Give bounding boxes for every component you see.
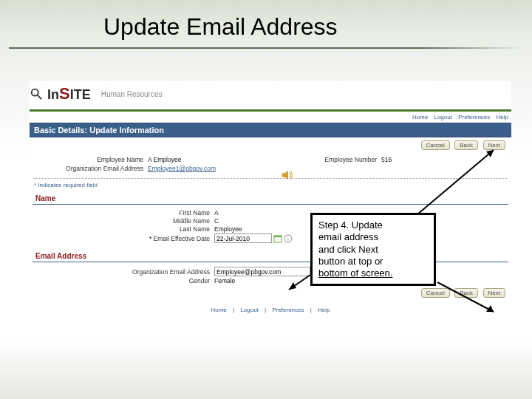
first-name-value: A <box>214 209 219 216</box>
middle-name-value: C <box>214 217 219 225</box>
footer-help[interactable]: Help <box>318 307 330 313</box>
footer-preferences[interactable]: Preferences <box>272 307 304 313</box>
instruction-callout: Step 4. Update email address and click N… <box>310 213 436 286</box>
svg-line-1 <box>38 95 41 99</box>
callout-line3: and click Next <box>318 244 428 256</box>
last-name-value: Employee <box>214 225 242 233</box>
email-section-header: Email Address <box>33 250 508 262</box>
nav-logout[interactable]: Logout <box>434 114 451 120</box>
next-button-bottom[interactable]: Next <box>483 288 505 298</box>
org-email-label: Organization Email Address <box>37 165 148 172</box>
back-button-bottom[interactable]: Back <box>454 288 478 298</box>
eff-date-label: * Email Effective Date <box>30 235 214 242</box>
help-icon[interactable]: i <box>284 234 293 243</box>
last-name-label: Last Name <box>30 225 214 233</box>
emp-num-value: 516 <box>381 156 392 163</box>
svg-point-0 <box>32 89 38 96</box>
cancel-button-bottom[interactable]: Cancel <box>421 288 450 298</box>
magnifier-icon <box>30 87 43 100</box>
callout-line5: bottom of screen. <box>318 267 428 279</box>
gender-label: Gender <box>30 277 214 284</box>
calendar-icon[interactable] <box>273 234 282 243</box>
eff-date-label-text: Email Effective Date <box>154 235 210 242</box>
emp-name-label: Employee Name <box>37 156 148 163</box>
section-title-bar: Basic Details: Update Information <box>30 123 511 137</box>
nav-preferences[interactable]: Preferences <box>458 114 490 120</box>
emp-num-label: Employee Number <box>270 156 381 163</box>
callout-line1: Step 4. Update <box>318 219 428 231</box>
first-name-label: First Name <box>30 209 214 216</box>
svg-text:i: i <box>287 236 289 242</box>
emp-name-value: A Employee <box>148 156 181 163</box>
dotted-divider <box>34 178 507 179</box>
org-email-input[interactable] <box>214 267 310 276</box>
top-nav: Home Logout Preferences Help <box>30 112 511 123</box>
title-divider <box>9 47 523 49</box>
footer-sep2: | <box>265 307 266 313</box>
footer-logout[interactable]: Logout <box>240 307 258 313</box>
org-email-field-label: Organization Email Address <box>30 268 214 276</box>
org-email-link[interactable]: Employee1@pbgov.com <box>148 165 216 172</box>
footer-sep: | <box>233 307 234 313</box>
footer-home[interactable]: Home <box>211 307 226 313</box>
cancel-button[interactable]: Cancel <box>421 140 450 150</box>
summary-grid: Employee Name A Employee Organization Em… <box>30 153 511 175</box>
footer-nav: Home | Logout | Preferences | Help <box>30 301 511 319</box>
logo-text: InSITE <box>47 84 91 103</box>
logo-s: S <box>59 84 70 103</box>
next-button[interactable]: Next <box>483 140 505 150</box>
callout-line2: email address <box>318 231 428 243</box>
back-button[interactable]: Back <box>454 140 478 150</box>
logo-in: In <box>47 87 59 103</box>
logo-row: InSITE Human Resources <box>30 81 511 108</box>
required-note: * Indicates required field <box>30 182 511 191</box>
top-button-row: Cancel Back Next <box>30 137 511 153</box>
bottom-button-row: Cancel Back Next <box>30 285 511 301</box>
footer-sep3: | <box>310 307 312 313</box>
app-window: InSITE Human Resources Home Logout Prefe… <box>30 81 511 319</box>
slide-title: Update Email Address <box>103 13 338 41</box>
middle-name-label: Middle Name <box>30 217 214 225</box>
svg-marker-6 <box>282 171 288 180</box>
callout-line4: button at top or <box>318 256 428 267</box>
svg-rect-3 <box>274 236 282 237</box>
speaker-icon <box>281 168 294 182</box>
eff-date-input[interactable] <box>214 233 272 243</box>
logo-ite: ITE <box>70 87 91 103</box>
nav-help[interactable]: Help <box>497 114 508 120</box>
nav-home[interactable]: Home <box>412 114 428 120</box>
logo-subtitle: Human Resources <box>101 90 163 98</box>
name-section-header: Name <box>33 193 508 205</box>
gender-value: Female <box>214 277 235 284</box>
